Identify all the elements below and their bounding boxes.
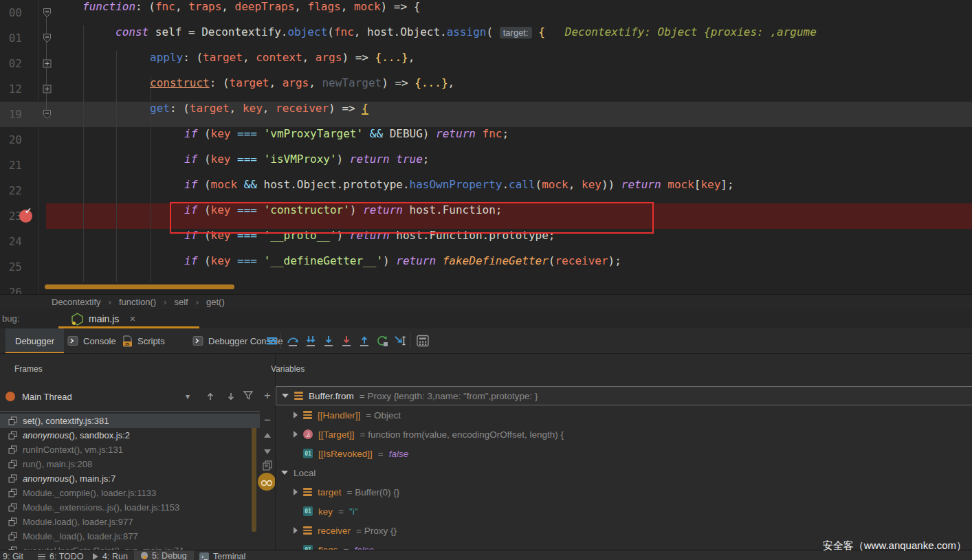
arrow-up-icon[interactable] (205, 391, 216, 402)
variable-value-literal: "i" (349, 506, 358, 517)
frames-panel: Frames Main Thread ▾ set(), contextify.j… (0, 354, 260, 560)
fold-expanded-icon[interactable] (41, 0, 52, 25)
breadcrumb-item-decontextify[interactable]: Decontextify (52, 297, 101, 307)
code-token: {...} (375, 51, 408, 64)
tab-scripts[interactable]: JSScripts (122, 328, 165, 353)
code-token: ( (197, 127, 210, 140)
breadcrumb-item-self[interactable]: self (174, 297, 188, 307)
tab-main-js[interactable]: main.js ✕ (58, 309, 199, 328)
statusbar-debug[interactable]: 5: Debug (134, 550, 194, 560)
tree-expand-icon[interactable] (281, 471, 288, 475)
variable-row[interactable]: Buffer.from = Proxy {length: 3,name: "fr… (276, 386, 972, 405)
code-token: DEBUG) (383, 127, 436, 140)
tree-collapse-icon[interactable] (294, 489, 298, 495)
variable-row[interactable]: Local (276, 463, 972, 482)
show-watches-icon[interactable] (258, 473, 276, 491)
tree-collapse-icon[interactable] (294, 431, 298, 438)
tab-label: Debugger (15, 336, 54, 346)
statusbar-label: 9: Git (3, 552, 23, 560)
code-token: if (184, 127, 197, 140)
code-token: , (221, 0, 234, 13)
statusbar-run[interactable]: 4: Run (93, 552, 128, 560)
breadcrumb-item-function[interactable]: function() (119, 297, 156, 307)
variable-row[interactable]: receiver = Proxy {} (276, 521, 972, 540)
frame-row[interactable]: run(), main.js:208 (0, 457, 260, 471)
variable-value-literal: false (389, 449, 409, 459)
frame-row[interactable]: anonymous(), main.js:7 (0, 471, 260, 486)
step-over-icon[interactable] (285, 333, 300, 348)
fold-collapsed-icon[interactable] (41, 76, 52, 102)
tree-expand-icon[interactable] (282, 394, 289, 398)
code-token: ( (197, 178, 210, 191)
force-step-into-icon[interactable] (321, 333, 336, 348)
fold-collapsed-icon[interactable] (41, 51, 52, 76)
smart-step-into-icon[interactable] (339, 333, 354, 348)
filter-icon[interactable] (243, 390, 254, 401)
variable-row[interactable]: [[Handler]] = Object (276, 405, 972, 425)
statusbar-git[interactable]: 9: Git (3, 552, 23, 560)
code-token: ) (383, 254, 396, 267)
statusbar-terminal[interactable]: ›_Terminal (199, 552, 245, 560)
code-token: key (243, 102, 263, 115)
variable-row[interactable]: λ[[Target]] = function from(value, encod… (276, 425, 972, 444)
arrow-down-icon[interactable] (225, 391, 236, 402)
code-token: self = Decontextify. (148, 25, 287, 38)
evaluate-expression-icon[interactable] (415, 333, 430, 348)
fold-expanded-icon[interactable] (41, 25, 52, 51)
js-file-icon: JS (122, 335, 133, 347)
frame-label: set(), contextify.js:381 (23, 416, 109, 426)
line-number: 02 (0, 51, 22, 76)
variable-row[interactable]: 01key = "i" (276, 502, 972, 521)
frame-row[interactable]: Module._load(), loader.js:877 (0, 529, 260, 544)
terminal-icon: ›_ (199, 552, 209, 560)
code-token: construct (150, 76, 210, 89)
variable-value: = Proxy {length: 3,name: "from",prototyp… (360, 391, 538, 401)
object-icon (303, 411, 312, 419)
debug-icon (141, 552, 148, 559)
frame-row[interactable]: anonymous(), sandbox.js:2 (0, 428, 260, 443)
indent-guide (116, 51, 117, 282)
frame-row[interactable]: Module._extensions..js(), loader.js:1153 (0, 500, 260, 515)
tree-collapse-icon[interactable] (294, 527, 298, 534)
tab-console[interactable]: Console (67, 328, 116, 353)
code-token: return (436, 127, 476, 140)
run-to-cursor-icon[interactable] (393, 333, 408, 348)
variable-name: [[Target]] (318, 429, 355, 440)
tree-collapse-icon[interactable] (294, 412, 298, 418)
horizontal-scrollbar[interactable] (45, 284, 234, 289)
frame-row[interactable]: set(), contextify.js:381 (0, 414, 260, 428)
frame-row[interactable]: Module.load(), loader.js:977 (0, 515, 260, 529)
fold-expanded-icon[interactable] (41, 102, 52, 127)
variable-name: Local (294, 468, 316, 478)
thread-selector[interactable]: Main Thread ▾ (5, 387, 254, 406)
variable-row[interactable]: 01[[IsRevoked]] = false (276, 444, 972, 463)
step-into-icon[interactable] (303, 333, 318, 348)
statusbar-todo[interactable]: 6: TODO (38, 552, 84, 560)
variable-row[interactable]: target = Buffer(0) {} (276, 482, 972, 502)
add-watch-icon[interactable]: + (260, 388, 275, 402)
step-out-icon[interactable] (357, 333, 372, 348)
frame-label: anonymous(), main.js:7 (23, 473, 115, 484)
remove-watch-icon[interactable]: − (260, 413, 275, 427)
frames-list[interactable]: set(), contextify.js:381anonymous(), san… (0, 411, 260, 560)
frame-row[interactable]: Module._compile(), loader.js:1133 (0, 486, 260, 500)
code-token: if (184, 178, 197, 191)
move-down-icon[interactable] (260, 445, 275, 458)
tab-debugger[interactable]: Debugger (5, 328, 64, 353)
copy-icon[interactable] (260, 458, 275, 472)
menu-icon[interactable] (264, 333, 279, 348)
stack-frame-icon (8, 474, 17, 483)
code-line: if (mock && host.Object.prototype.hasOwn… (184, 178, 734, 203)
breadcrumb-separator: › (196, 297, 199, 307)
code-token: && (370, 127, 383, 140)
object-icon (303, 488, 312, 496)
close-icon[interactable]: ✕ (129, 315, 135, 324)
code-editor[interactable]: 00function: (fnc, traps, deepTraps, flag… (0, 0, 972, 294)
drop-frame-icon[interactable] (375, 333, 390, 348)
frame-row[interactable]: runInContext(), vm.js:131 (0, 443, 260, 457)
move-up-icon[interactable] (260, 428, 275, 442)
code-token: , (175, 0, 188, 13)
breadcrumb-item-get[interactable]: get() (206, 297, 225, 307)
code-token: ( (197, 254, 210, 267)
chevron-down-icon[interactable]: ▾ (186, 392, 190, 401)
